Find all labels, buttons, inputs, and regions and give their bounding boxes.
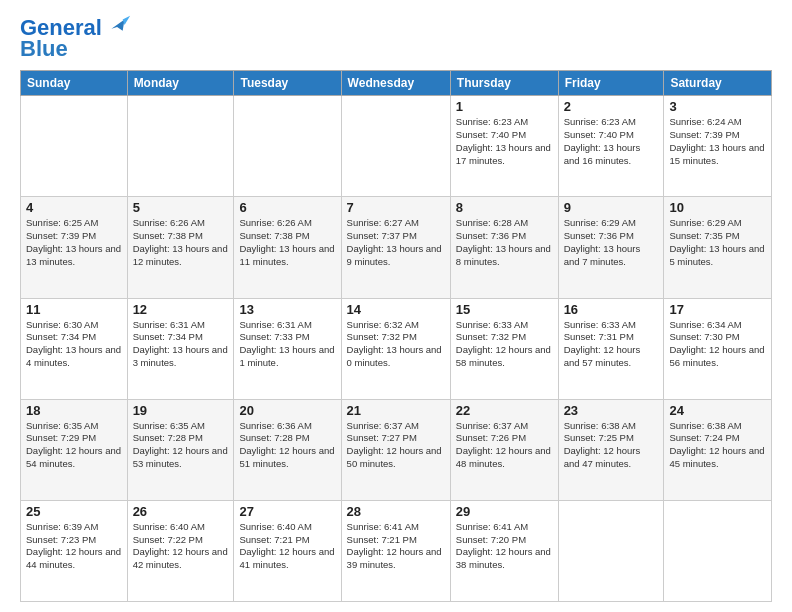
- day-info: Sunrise: 6:40 AM Sunset: 7:22 PM Dayligh…: [133, 521, 229, 572]
- calendar-cell: 15Sunrise: 6:33 AM Sunset: 7:32 PM Dayli…: [450, 298, 558, 399]
- day-info: Sunrise: 6:31 AM Sunset: 7:33 PM Dayligh…: [239, 319, 335, 370]
- logo-bird-icon: [104, 12, 132, 40]
- page-header: General Blue: [20, 16, 772, 62]
- calendar-cell: [127, 96, 234, 197]
- weekday-header-sunday: Sunday: [21, 71, 128, 96]
- day-number: 6: [239, 200, 335, 215]
- calendar-cell: 26Sunrise: 6:40 AM Sunset: 7:22 PM Dayli…: [127, 500, 234, 601]
- calendar-cell: 22Sunrise: 6:37 AM Sunset: 7:26 PM Dayli…: [450, 399, 558, 500]
- day-info: Sunrise: 6:36 AM Sunset: 7:28 PM Dayligh…: [239, 420, 335, 471]
- day-info: Sunrise: 6:23 AM Sunset: 7:40 PM Dayligh…: [456, 116, 553, 167]
- day-number: 29: [456, 504, 553, 519]
- calendar-cell: 11Sunrise: 6:30 AM Sunset: 7:34 PM Dayli…: [21, 298, 128, 399]
- weekday-header-monday: Monday: [127, 71, 234, 96]
- day-number: 16: [564, 302, 659, 317]
- calendar-cell: 28Sunrise: 6:41 AM Sunset: 7:21 PM Dayli…: [341, 500, 450, 601]
- calendar-cell: 13Sunrise: 6:31 AM Sunset: 7:33 PM Dayli…: [234, 298, 341, 399]
- day-number: 27: [239, 504, 335, 519]
- calendar-cell: 4Sunrise: 6:25 AM Sunset: 7:39 PM Daylig…: [21, 197, 128, 298]
- day-info: Sunrise: 6:27 AM Sunset: 7:37 PM Dayligh…: [347, 217, 445, 268]
- calendar-cell: [558, 500, 664, 601]
- day-info: Sunrise: 6:33 AM Sunset: 7:31 PM Dayligh…: [564, 319, 659, 370]
- calendar-cell: [234, 96, 341, 197]
- calendar-header: SundayMondayTuesdayWednesdayThursdayFrid…: [21, 71, 772, 96]
- weekday-header-saturday: Saturday: [664, 71, 772, 96]
- calendar-table: SundayMondayTuesdayWednesdayThursdayFrid…: [20, 70, 772, 602]
- day-info: Sunrise: 6:39 AM Sunset: 7:23 PM Dayligh…: [26, 521, 122, 572]
- day-number: 24: [669, 403, 766, 418]
- day-number: 18: [26, 403, 122, 418]
- day-info: Sunrise: 6:26 AM Sunset: 7:38 PM Dayligh…: [239, 217, 335, 268]
- calendar-cell: 9Sunrise: 6:29 AM Sunset: 7:36 PM Daylig…: [558, 197, 664, 298]
- day-info: Sunrise: 6:31 AM Sunset: 7:34 PM Dayligh…: [133, 319, 229, 370]
- day-info: Sunrise: 6:23 AM Sunset: 7:40 PM Dayligh…: [564, 116, 659, 167]
- day-info: Sunrise: 6:32 AM Sunset: 7:32 PM Dayligh…: [347, 319, 445, 370]
- calendar-cell: 21Sunrise: 6:37 AM Sunset: 7:27 PM Dayli…: [341, 399, 450, 500]
- day-number: 13: [239, 302, 335, 317]
- calendar-cell: [21, 96, 128, 197]
- day-info: Sunrise: 6:25 AM Sunset: 7:39 PM Dayligh…: [26, 217, 122, 268]
- day-number: 11: [26, 302, 122, 317]
- day-info: Sunrise: 6:38 AM Sunset: 7:25 PM Dayligh…: [564, 420, 659, 471]
- day-info: Sunrise: 6:28 AM Sunset: 7:36 PM Dayligh…: [456, 217, 553, 268]
- day-number: 5: [133, 200, 229, 215]
- day-info: Sunrise: 6:41 AM Sunset: 7:20 PM Dayligh…: [456, 521, 553, 572]
- weekday-header-friday: Friday: [558, 71, 664, 96]
- day-info: Sunrise: 6:29 AM Sunset: 7:35 PM Dayligh…: [669, 217, 766, 268]
- day-number: 14: [347, 302, 445, 317]
- day-number: 19: [133, 403, 229, 418]
- logo: General Blue: [20, 16, 132, 62]
- day-info: Sunrise: 6:37 AM Sunset: 7:26 PM Dayligh…: [456, 420, 553, 471]
- day-number: 23: [564, 403, 659, 418]
- day-number: 12: [133, 302, 229, 317]
- day-number: 10: [669, 200, 766, 215]
- calendar-cell: 17Sunrise: 6:34 AM Sunset: 7:30 PM Dayli…: [664, 298, 772, 399]
- calendar-cell: 8Sunrise: 6:28 AM Sunset: 7:36 PM Daylig…: [450, 197, 558, 298]
- calendar-page: General Blue SundayMondayTuesdayWednesda…: [0, 0, 792, 612]
- day-number: 9: [564, 200, 659, 215]
- day-number: 21: [347, 403, 445, 418]
- day-info: Sunrise: 6:29 AM Sunset: 7:36 PM Dayligh…: [564, 217, 659, 268]
- calendar-cell: 16Sunrise: 6:33 AM Sunset: 7:31 PM Dayli…: [558, 298, 664, 399]
- calendar-cell: 18Sunrise: 6:35 AM Sunset: 7:29 PM Dayli…: [21, 399, 128, 500]
- day-number: 8: [456, 200, 553, 215]
- calendar-cell: 19Sunrise: 6:35 AM Sunset: 7:28 PM Dayli…: [127, 399, 234, 500]
- calendar-cell: 3Sunrise: 6:24 AM Sunset: 7:39 PM Daylig…: [664, 96, 772, 197]
- calendar-cell: 12Sunrise: 6:31 AM Sunset: 7:34 PM Dayli…: [127, 298, 234, 399]
- day-info: Sunrise: 6:34 AM Sunset: 7:30 PM Dayligh…: [669, 319, 766, 370]
- weekday-header-tuesday: Tuesday: [234, 71, 341, 96]
- calendar-cell: 5Sunrise: 6:26 AM Sunset: 7:38 PM Daylig…: [127, 197, 234, 298]
- day-info: Sunrise: 6:38 AM Sunset: 7:24 PM Dayligh…: [669, 420, 766, 471]
- day-info: Sunrise: 6:35 AM Sunset: 7:28 PM Dayligh…: [133, 420, 229, 471]
- day-number: 7: [347, 200, 445, 215]
- svg-marker-0: [111, 20, 124, 31]
- day-number: 28: [347, 504, 445, 519]
- calendar-week-3: 11Sunrise: 6:30 AM Sunset: 7:34 PM Dayli…: [21, 298, 772, 399]
- calendar-week-4: 18Sunrise: 6:35 AM Sunset: 7:29 PM Dayli…: [21, 399, 772, 500]
- day-number: 3: [669, 99, 766, 114]
- calendar-cell: 2Sunrise: 6:23 AM Sunset: 7:40 PM Daylig…: [558, 96, 664, 197]
- day-number: 20: [239, 403, 335, 418]
- weekday-header-row: SundayMondayTuesdayWednesdayThursdayFrid…: [21, 71, 772, 96]
- day-number: 22: [456, 403, 553, 418]
- day-info: Sunrise: 6:37 AM Sunset: 7:27 PM Dayligh…: [347, 420, 445, 471]
- day-number: 4: [26, 200, 122, 215]
- day-number: 25: [26, 504, 122, 519]
- calendar-week-5: 25Sunrise: 6:39 AM Sunset: 7:23 PM Dayli…: [21, 500, 772, 601]
- calendar-cell: [664, 500, 772, 601]
- calendar-body: 1Sunrise: 6:23 AM Sunset: 7:40 PM Daylig…: [21, 96, 772, 602]
- calendar-cell: 27Sunrise: 6:40 AM Sunset: 7:21 PM Dayli…: [234, 500, 341, 601]
- calendar-cell: 14Sunrise: 6:32 AM Sunset: 7:32 PM Dayli…: [341, 298, 450, 399]
- day-number: 15: [456, 302, 553, 317]
- day-info: Sunrise: 6:35 AM Sunset: 7:29 PM Dayligh…: [26, 420, 122, 471]
- calendar-week-1: 1Sunrise: 6:23 AM Sunset: 7:40 PM Daylig…: [21, 96, 772, 197]
- day-info: Sunrise: 6:40 AM Sunset: 7:21 PM Dayligh…: [239, 521, 335, 572]
- calendar-cell: 20Sunrise: 6:36 AM Sunset: 7:28 PM Dayli…: [234, 399, 341, 500]
- day-info: Sunrise: 6:26 AM Sunset: 7:38 PM Dayligh…: [133, 217, 229, 268]
- day-info: Sunrise: 6:33 AM Sunset: 7:32 PM Dayligh…: [456, 319, 553, 370]
- weekday-header-wednesday: Wednesday: [341, 71, 450, 96]
- day-number: 1: [456, 99, 553, 114]
- weekday-header-thursday: Thursday: [450, 71, 558, 96]
- calendar-cell: 23Sunrise: 6:38 AM Sunset: 7:25 PM Dayli…: [558, 399, 664, 500]
- calendar-cell: 29Sunrise: 6:41 AM Sunset: 7:20 PM Dayli…: [450, 500, 558, 601]
